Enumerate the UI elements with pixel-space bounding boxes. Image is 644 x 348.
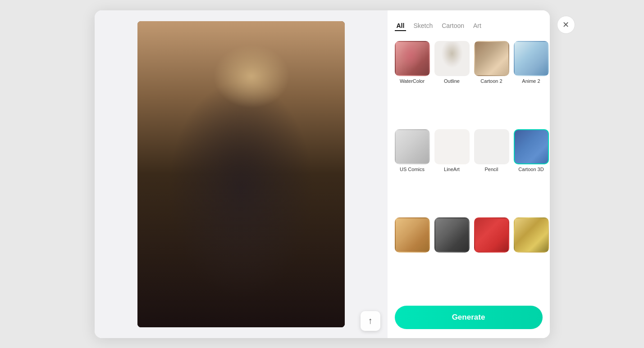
style-grid: WaterColor Outline Cartoon 2 Anime 2 [395,41,543,296]
generate-button[interactable]: Generate [395,306,543,329]
tab-sketch[interactable]: Sketch [411,21,434,31]
style-label-pencil: Pencil [485,167,498,172]
style-label-cartoon3d: Cartoon 3D [518,167,544,172]
main-image [137,21,345,327]
style-thumb-lineart [434,129,470,164]
style-item-anime2[interactable]: Anime 2 [514,41,549,125]
style-thumb-row3-1 [395,217,430,253]
style-label-uscomics: US Comics [400,167,425,172]
style-label-anime2: Anime 2 [522,78,540,84]
style-label-lineart: LineArt [444,167,460,172]
close-button[interactable]: ✕ [557,16,575,34]
tab-art[interactable]: Art [471,21,483,31]
style-thumb-row3-2 [434,217,470,253]
style-label-outline: Outline [444,78,460,84]
style-item-row3-4[interactable] [514,217,549,296]
style-thumb-row3-3 [474,217,509,253]
style-thumb-row3-4 [514,217,549,253]
style-label-watercolor: WaterColor [400,78,425,84]
style-item-cartoon2[interactable]: Cartoon 2 [474,41,509,125]
upload-icon: ↑ [368,316,373,326]
style-item-row3-2[interactable] [434,217,470,296]
style-item-outline[interactable]: Outline [434,41,470,125]
style-item-lineart[interactable]: LineArt [434,129,470,213]
filter-tabs: All Sketch Cartoon Art [395,19,543,35]
right-panel: All Sketch Cartoon Art WaterColor Outlin… [388,10,550,338]
left-panel: ↑ [95,10,388,338]
style-label-cartoon2: Cartoon 2 [480,78,502,84]
style-thumb-pencil [474,129,509,164]
tab-all[interactable]: All [395,21,406,31]
tab-cartoon[interactable]: Cartoon [440,21,466,31]
style-item-watercolor[interactable]: WaterColor [395,41,430,125]
style-item-pencil[interactable]: Pencil [474,129,509,213]
style-item-row3-3[interactable] [474,217,509,296]
image-overlay [137,21,345,327]
upload-button[interactable]: ↑ [361,311,380,331]
style-thumb-uscomics [395,129,430,164]
style-thumb-watercolor [395,41,430,76]
image-placeholder [137,21,345,327]
style-thumb-outline [434,41,470,76]
style-item-row3-1[interactable] [395,217,430,296]
style-thumb-cartoon2 [474,41,509,76]
style-item-cartoon3d[interactable]: Cartoon 3D [514,129,549,213]
style-thumb-cartoon3d [514,129,549,164]
style-item-uscomics[interactable]: US Comics [395,129,430,213]
style-thumb-anime2 [514,41,549,76]
modal-container: ↑ All Sketch Cartoon Art WaterColor [95,10,550,338]
